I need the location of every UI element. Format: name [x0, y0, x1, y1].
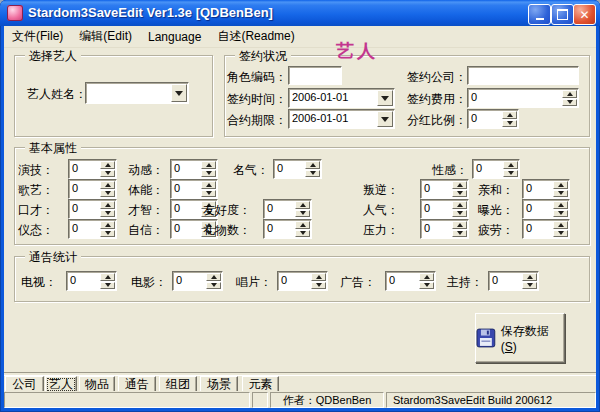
popularity-spin-buttons[interactable] — [451, 200, 468, 218]
acting-spinner[interactable]: 0 — [68, 159, 117, 179]
poise-spinner[interactable]: 0 — [68, 219, 117, 239]
maximize-button[interactable] — [551, 4, 574, 25]
fame-spinner[interactable]: 0 — [273, 159, 322, 179]
gift-count-value[interactable]: 0 — [264, 220, 294, 238]
artist-name-value[interactable] — [86, 83, 170, 103]
affinity-value[interactable]: 0 — [523, 180, 552, 198]
affinity-spin-buttons[interactable] — [552, 180, 569, 198]
spin-up-icon — [562, 90, 577, 98]
sign-date-dropdown-button[interactable] — [376, 89, 394, 107]
eloquence-spin-buttons[interactable] — [99, 200, 116, 218]
close-button[interactable]: ✕ — [573, 4, 596, 25]
artist-name-combobox[interactable] — [85, 82, 189, 104]
friendliness-value[interactable]: 0 — [264, 200, 294, 218]
gift-count-spin-buttons[interactable] — [294, 220, 311, 238]
status-panel-spacer — [252, 392, 268, 408]
stamina-spin-buttons[interactable] — [200, 180, 217, 198]
dividend-ratio-spin-buttons[interactable] — [501, 110, 518, 128]
exposure-spin-buttons[interactable] — [552, 200, 569, 218]
movie-spin-buttons[interactable] — [205, 272, 222, 290]
host-value[interactable]: 0 — [489, 272, 521, 290]
menu-edit[interactable]: 编辑(Edit) — [71, 26, 140, 47]
record-spin-buttons[interactable] — [310, 272, 327, 290]
tv-spinner[interactable]: 0 — [66, 271, 117, 291]
advert-spin-buttons[interactable] — [418, 272, 435, 290]
menu-file[interactable]: 文件(File) — [4, 26, 71, 47]
sign-fee-value[interactable]: 0 — [468, 89, 561, 107]
chevron-down-icon — [171, 84, 187, 102]
exposure-spinner[interactable]: 0 — [522, 199, 570, 219]
host-spin-buttons[interactable] — [521, 272, 538, 290]
sexiness-spinner[interactable]: 0 — [472, 159, 520, 179]
menu-readme[interactable]: 自述(Readme) — [209, 26, 302, 47]
sign-date-value[interactable]: 2006-01-01 — [289, 89, 376, 107]
contract-term-dropdown-button[interactable] — [376, 110, 394, 128]
contract-term-dropdown[interactable]: 2006-01-01 — [288, 109, 395, 129]
acting-value[interactable]: 0 — [69, 160, 99, 178]
confidence-value[interactable]: 0 — [171, 220, 200, 238]
rhythm-spinner[interactable]: 0 — [170, 159, 218, 179]
title-bar[interactable]: Stardom3SaveEdit Ver1.3e [QDBenBen] ✕ — [0, 0, 600, 26]
sign-company-input[interactable] — [467, 66, 579, 85]
save-data-button[interactable]: 保存数据(S) — [475, 313, 565, 363]
popularity-value[interactable]: 0 — [421, 200, 451, 218]
window-title: Stardom3SaveEdit Ver1.3e [QDBenBen] — [28, 5, 273, 20]
fatigue-spinner[interactable]: 0 — [522, 219, 570, 239]
exposure-value[interactable]: 0 — [523, 200, 552, 218]
advert-spinner[interactable]: 0 — [385, 271, 436, 291]
fame-spin-buttons[interactable] — [304, 160, 321, 178]
record-spinner[interactable]: 0 — [277, 271, 328, 291]
sign-company-value[interactable] — [468, 66, 474, 80]
dividend-ratio-spinner[interactable]: 0 — [467, 109, 519, 129]
artist-name-dropdown-button[interactable] — [170, 83, 188, 103]
sign-fee-spin-buttons[interactable] — [561, 89, 578, 107]
eloquence-spinner[interactable]: 0 — [68, 199, 117, 219]
minimize-button[interactable] — [528, 4, 551, 25]
sign-date-dropdown[interactable]: 2006-01-01 — [288, 88, 395, 108]
advert-value[interactable]: 0 — [386, 272, 418, 290]
sexiness-value[interactable]: 0 — [473, 160, 502, 178]
role-code-input[interactable] — [288, 66, 342, 85]
sexiness-spin-buttons[interactable] — [502, 160, 519, 178]
role-code-label: 角色编码： — [227, 69, 287, 86]
record-value[interactable]: 0 — [278, 272, 310, 290]
tv-spin-buttons[interactable] — [99, 272, 116, 290]
contract-term-value[interactable]: 2006-01-01 — [289, 110, 376, 128]
menu-language[interactable]: Language — [140, 28, 209, 46]
movie-spinner[interactable]: 0 — [172, 271, 223, 291]
popularity-spinner[interactable]: 0 — [420, 199, 469, 219]
rebellion-spinner[interactable]: 0 — [420, 179, 469, 199]
pressure-spin-buttons[interactable] — [451, 220, 468, 238]
movie-value[interactable]: 0 — [173, 272, 205, 290]
stamina-spinner[interactable]: 0 — [170, 179, 218, 199]
pressure-spinner[interactable]: 0 — [420, 219, 469, 239]
spin-down-icon — [201, 190, 216, 198]
eloquence-value[interactable]: 0 — [69, 200, 99, 218]
acting-spin-buttons[interactable] — [99, 160, 116, 178]
host-spinner[interactable]: 0 — [488, 271, 539, 291]
fame-value[interactable]: 0 — [274, 160, 304, 178]
friendliness-spin-buttons[interactable] — [294, 200, 311, 218]
poise-spin-buttons[interactable] — [99, 220, 116, 238]
tv-value[interactable]: 0 — [67, 272, 99, 290]
fatigue-value[interactable]: 0 — [523, 220, 552, 238]
pressure-value[interactable]: 0 — [421, 220, 451, 238]
affinity-spinner[interactable]: 0 — [522, 179, 570, 199]
wit-value[interactable]: 0 — [171, 200, 200, 218]
rhythm-spin-buttons[interactable] — [200, 160, 217, 178]
singing-spinner[interactable]: 0 — [68, 179, 117, 199]
singing-spin-buttons[interactable] — [99, 180, 116, 198]
role-code-value[interactable] — [289, 66, 295, 80]
rebellion-spin-buttons[interactable] — [451, 180, 468, 198]
gift-count-spinner[interactable]: 0 — [263, 219, 312, 239]
singing-value[interactable]: 0 — [69, 180, 99, 198]
poise-value[interactable]: 0 — [69, 220, 99, 238]
rebellion-value[interactable]: 0 — [421, 180, 451, 198]
spin-up-icon — [452, 201, 467, 209]
friendliness-spinner[interactable]: 0 — [263, 199, 312, 219]
stamina-value[interactable]: 0 — [171, 180, 200, 198]
sign-fee-spinner[interactable]: 0 — [467, 88, 579, 108]
rhythm-value[interactable]: 0 — [171, 160, 200, 178]
fatigue-spin-buttons[interactable] — [552, 220, 569, 238]
dividend-ratio-value[interactable]: 0 — [468, 110, 501, 128]
